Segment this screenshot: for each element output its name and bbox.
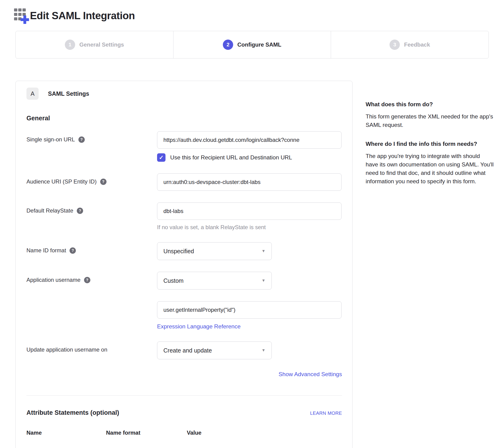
recipient-url-checkbox-label: Use this for Recipient URL and Destinati… [170, 154, 292, 161]
step-2-circle: 2 [223, 40, 233, 50]
sidebar-heading: What does this form do? [366, 100, 494, 108]
sidebar-paragraph: The app you're trying to integrate with … [366, 152, 494, 186]
name-id-format-value: Unspecified [163, 248, 194, 255]
saml-settings-card: A SAML Settings General Single sign-on U… [16, 81, 353, 448]
attribute-statements-column-headers: Name Name format Value [26, 430, 342, 436]
step-1-circle: 1 [65, 40, 75, 50]
grid-plus-icon [14, 7, 29, 24]
relay-state-label: Default RelayState ? [26, 203, 157, 231]
help-icon[interactable]: ? [69, 247, 76, 254]
page-header: Edit SAML Integration [14, 7, 500, 24]
step-2-label: Configure SAML [237, 41, 281, 48]
learn-more-link[interactable]: LEARN MORE [310, 411, 342, 416]
field-row-update-app-username: Update application username on Create an… [26, 341, 342, 359]
section-a-badge: A [26, 88, 39, 100]
app-username-expression-input[interactable] [157, 301, 341, 319]
audience-uri-label: Audience URI (SP Entity ID) ? [26, 174, 157, 191]
section-divider [26, 395, 342, 396]
general-heading: General [26, 115, 342, 122]
help-sidebar: What does this form do? This form genera… [366, 81, 494, 196]
app-username-label: Application username ? [26, 272, 157, 330]
column-header-name: Name [26, 430, 106, 436]
relay-state-input[interactable] [157, 203, 341, 220]
update-app-username-value: Create and update [163, 347, 212, 354]
sidebar-paragraph: This form generates the XML needed for t… [366, 112, 494, 129]
show-advanced-settings-link[interactable]: Show Advanced Settings [279, 371, 342, 377]
field-row-sso-url: Single sign-on URL ? ✓ Use this for Reci… [26, 131, 342, 162]
help-icon[interactable]: ? [79, 136, 85, 143]
step-1-label: General Settings [79, 41, 124, 48]
audience-uri-input[interactable] [157, 174, 341, 191]
help-icon[interactable]: ? [100, 179, 107, 185]
help-icon[interactable]: ? [84, 277, 90, 283]
field-row-app-username: Application username ? Custom ▼ Expressi… [26, 272, 342, 330]
help-icon[interactable]: ? [77, 208, 83, 214]
update-app-username-select[interactable]: Create and update ▼ [157, 341, 272, 359]
recipient-url-checkbox[interactable]: ✓ [157, 153, 165, 162]
name-id-format-label: Name ID format ? [26, 242, 157, 260]
chevron-down-icon: ▼ [261, 249, 265, 254]
field-row-relay-state: Default RelayState ? If no value is set,… [26, 203, 342, 231]
name-id-format-select[interactable]: Unspecified ▼ [157, 242, 272, 260]
chevron-down-icon: ▼ [261, 278, 265, 283]
column-header-name-format: Name format [106, 430, 187, 436]
step-general-settings[interactable]: 1 General Settings [16, 31, 173, 58]
expression-language-reference-link[interactable]: Expression Language Reference [157, 323, 241, 330]
section-title: SAML Settings [48, 90, 89, 97]
step-configure-saml[interactable]: 2 Configure SAML [173, 31, 331, 58]
wizard-stepper: 1 General Settings 2 Configure SAML 3 Fe… [16, 31, 489, 59]
page-title: Edit SAML Integration [30, 10, 135, 21]
step-feedback[interactable]: 3 Feedback [331, 31, 488, 58]
relay-state-hint: If no value is set, a blank RelayState i… [157, 224, 342, 231]
step-3-circle: 3 [389, 40, 400, 50]
update-app-username-label: Update application username on [26, 341, 157, 359]
step-3-label: Feedback [404, 41, 430, 48]
app-username-select[interactable]: Custom ▼ [157, 272, 272, 289]
attribute-statements-heading: Attribute Statements (optional) [26, 409, 119, 416]
app-username-value: Custom [163, 277, 183, 284]
sso-url-label: Single sign-on URL ? [26, 131, 157, 162]
sidebar-heading: Where do I find the info this form needs… [366, 140, 494, 148]
field-row-name-id-format: Name ID format ? Unspecified ▼ [26, 242, 342, 260]
column-header-value: Value [187, 430, 342, 436]
sso-url-input[interactable] [157, 131, 341, 149]
field-row-audience-uri: Audience URI (SP Entity ID) ? [26, 174, 342, 191]
chevron-down-icon: ▼ [261, 348, 265, 353]
